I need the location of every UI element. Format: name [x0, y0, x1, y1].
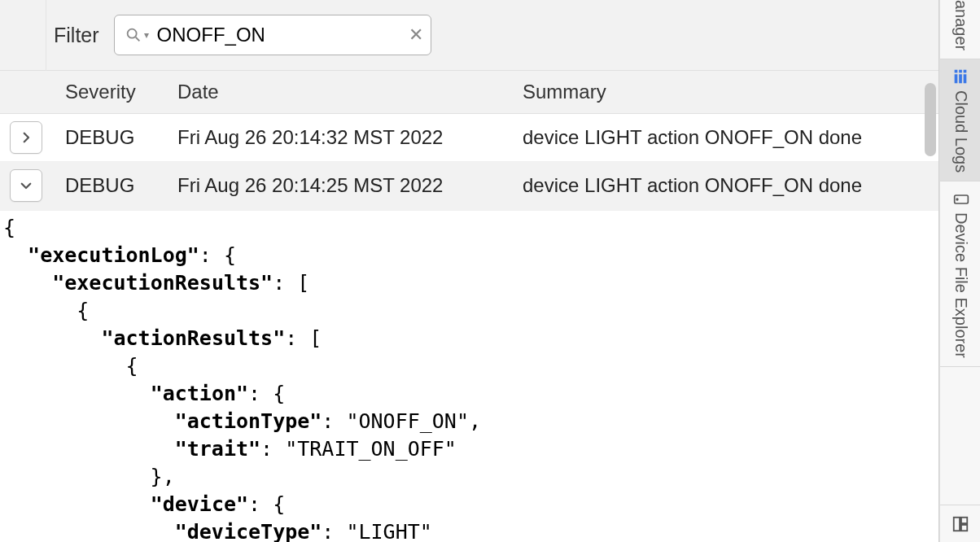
cell-summary: device LIGHT action ONOFF_ON done: [523, 126, 938, 149]
filter-bar: Filter ▾ ✕: [0, 0, 938, 71]
search-icon: [125, 26, 142, 44]
device-icon: [952, 190, 969, 208]
svg-rect-4: [959, 70, 962, 73]
svg-rect-3: [964, 75, 967, 84]
filter-label: Filter: [54, 24, 99, 47]
svg-rect-11: [960, 517, 966, 522]
log-row[interactable]: DEBUG Fri Aug 26 20:14:32 MST 2022 devic…: [0, 114, 938, 162]
expand-toggle[interactable]: [10, 121, 42, 154]
column-header-severity: Severity: [63, 81, 177, 103]
search-field-wrap[interactable]: ▾ ✕: [114, 15, 431, 55]
layout-icon: [952, 515, 969, 533]
sidebar-tab-label: Cloud Logs: [952, 90, 970, 173]
svg-point-9: [956, 199, 958, 201]
sidebar-tab-manager[interactable]: anager: [940, 0, 980, 59]
cell-severity: DEBUG: [63, 174, 177, 197]
column-headers: Severity Date Summary: [0, 71, 938, 114]
sidebar-bottom-button[interactable]: [940, 505, 980, 542]
cell-date: Fri Aug 26 20:14:32 MST 2022: [177, 126, 523, 149]
cell-severity: DEBUG: [63, 126, 177, 149]
cell-summary: device LIGHT action ONOFF_ON done: [523, 174, 938, 197]
log-row[interactable]: DEBUG Fri Aug 26 20:14:25 MST 2022 devic…: [0, 162, 938, 210]
column-header-summary: Summary: [523, 81, 938, 103]
column-header-date: Date: [177, 81, 523, 103]
sidebar-tab-label: anager: [952, 0, 970, 50]
svg-rect-10: [953, 517, 959, 531]
svg-rect-5: [959, 75, 962, 84]
svg-line-1: [135, 37, 139, 42]
sidebar-tab-device-file-explorer[interactable]: Device File Explorer: [940, 181, 980, 367]
svg-rect-12: [960, 524, 966, 530]
sidebar-tab-cloud-logs[interactable]: Cloud Logs: [940, 59, 980, 181]
expand-toggle[interactable]: [10, 169, 42, 202]
svg-rect-6: [955, 70, 958, 73]
list-icon: [952, 68, 969, 85]
scrollbar-thumb[interactable]: [925, 83, 936, 156]
svg-point-0: [127, 29, 136, 38]
right-sidebar: anager Cloud Logs: [939, 0, 980, 542]
clear-search-icon[interactable]: ✕: [409, 24, 423, 46]
column-expand-spacer: [0, 81, 63, 103]
log-detail-json: { "executionLog": { "executionResults": …: [0, 211, 938, 542]
main-panel: Filter ▾ ✕ Severity Date Summary: [0, 0, 939, 542]
cell-date: Fri Aug 26 20:14:25 MST 2022: [177, 174, 523, 197]
svg-rect-7: [955, 75, 958, 84]
search-input[interactable]: [149, 24, 409, 46]
svg-rect-2: [964, 70, 967, 73]
sidebar-tab-label: Device File Explorer: [952, 212, 970, 358]
